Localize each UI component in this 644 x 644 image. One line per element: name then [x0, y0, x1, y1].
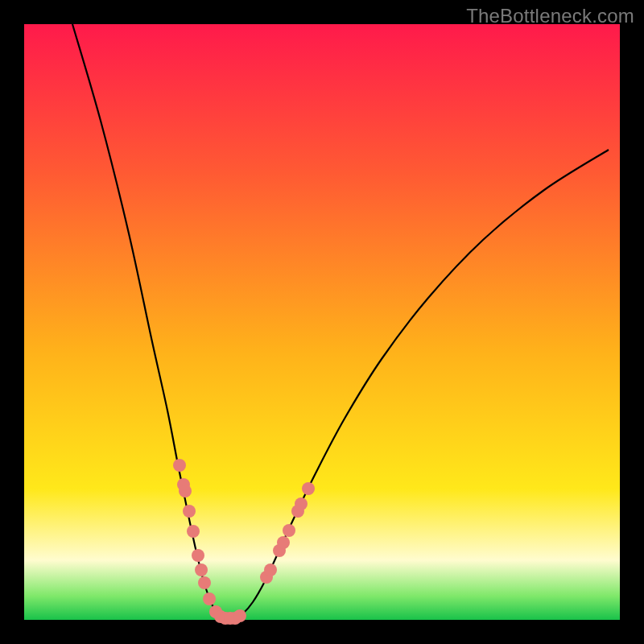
data-marker	[183, 505, 196, 518]
plot-area	[24, 24, 620, 620]
data-marker	[187, 525, 200, 538]
data-marker	[264, 564, 277, 576]
data-marker	[195, 564, 208, 576]
v-curve-path	[72, 24, 609, 619]
data-marker	[302, 482, 315, 495]
data-marker	[173, 459, 186, 472]
data-marker	[179, 485, 192, 497]
data-marker	[203, 592, 216, 605]
data-marker	[277, 536, 290, 549]
curve-layer	[24, 24, 620, 620]
data-marker	[198, 576, 211, 589]
data-marker	[233, 609, 246, 622]
data-marker	[283, 524, 295, 537]
chart-frame: TheBottleneck.com	[0, 0, 644, 644]
data-marker	[295, 497, 308, 510]
data-marker	[192, 549, 204, 562]
